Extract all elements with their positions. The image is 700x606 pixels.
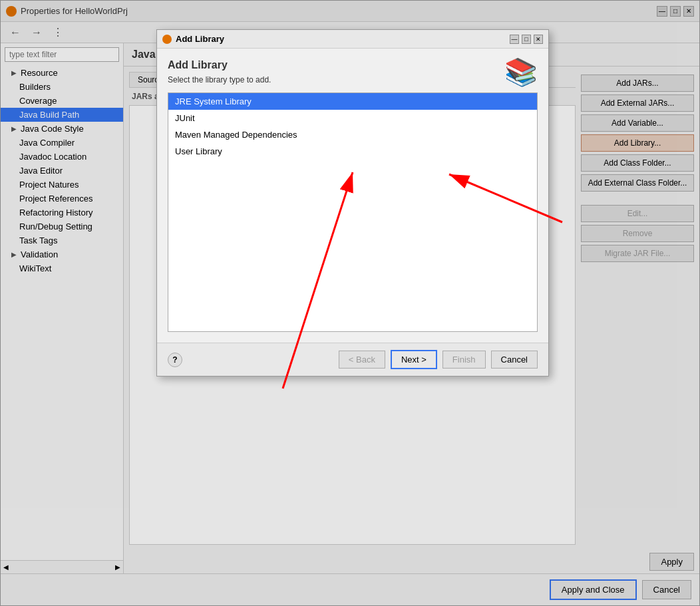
back-button[interactable]: < Back: [339, 351, 385, 369]
modal-title: Add Library: [176, 34, 224, 44]
modal-subtext: Select the library type to add.: [168, 75, 271, 84]
library-item-maven[interactable]: Maven Managed Dependencies: [168, 126, 537, 143]
modal-close-button[interactable]: ✕: [534, 35, 543, 44]
finish-button[interactable]: Finish: [442, 351, 486, 369]
modal-heading: Add Library: [168, 59, 271, 71]
modal-maximize-button[interactable]: □: [522, 35, 531, 44]
next-button[interactable]: Next >: [391, 350, 437, 369]
modal-minimize-button[interactable]: —: [510, 35, 519, 44]
library-icon: 📚: [504, 57, 538, 88]
library-item-user-library[interactable]: User Library: [168, 143, 537, 160]
library-list[interactable]: JRE System LibraryJUnitMaven Managed Dep…: [168, 92, 538, 332]
add-library-dialog: Add Library — □ ✕ Add Library Select the…: [156, 29, 549, 377]
modal-footer: ? < Back Next > Finish Cancel: [157, 343, 548, 376]
dialog-cancel-button[interactable]: Cancel: [491, 351, 538, 369]
library-item-junit[interactable]: JUnit: [168, 110, 537, 126]
modal-icon: [162, 35, 172, 44]
modal-body: Add Library Select the library type to a…: [157, 49, 548, 343]
modal-title-bar: Add Library — □ ✕: [157, 30, 548, 49]
help-button[interactable]: ?: [168, 353, 182, 367]
modal-overlay: Add Library — □ ✕ Add Library Select the…: [0, 0, 700, 606]
library-item-jre-system[interactable]: JRE System Library: [168, 93, 537, 110]
